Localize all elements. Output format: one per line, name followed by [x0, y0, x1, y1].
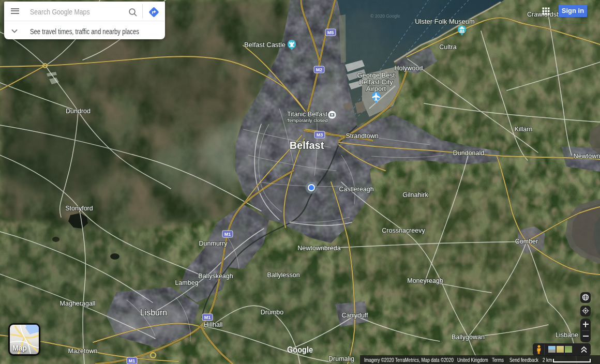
svg-text:Hillhall: Hillhall [204, 321, 223, 328]
svg-text:Gilnahirk: Gilnahirk [402, 191, 428, 199]
svg-text:Cultra: Cultra [439, 43, 456, 51]
svg-text:Lambeg: Lambeg [175, 279, 198, 286]
svg-text:Magheragall: Magheragall [60, 300, 96, 307]
svg-text:Ballyskeagh: Ballyskeagh [198, 272, 233, 280]
svg-text:Moneyreagh: Moneyreagh [407, 277, 443, 284]
svg-text:Lisburn: Lisburn [140, 308, 167, 317]
svg-text:Temporarily closed: Temporarily closed [287, 117, 327, 123]
svg-text:Newtownbreda: Newtownbreda [297, 245, 340, 252]
svg-text:M3: M3 [317, 132, 323, 138]
svg-text:Lisbane: Lisbane [556, 331, 578, 339]
svg-text:Crossnacreevy: Crossnacreevy [382, 227, 425, 234]
svg-text:M2: M2 [316, 67, 323, 72]
svg-text:Dunmurry: Dunmurry [199, 240, 228, 247]
svg-text:Ballylesson: Ballylesson [267, 271, 299, 279]
svg-text:Killarn: Killarn [515, 126, 533, 133]
svg-text:Belfast: Belfast [290, 140, 324, 151]
svg-text:Ballygowan: Ballygowan [452, 333, 485, 341]
svg-text:Newtowna: Newtowna [574, 153, 600, 160]
svg-text:M5: M5 [327, 30, 334, 35]
svg-text:Drumbo: Drumbo [261, 309, 284, 316]
svg-text:M1: M1 [224, 232, 231, 237]
svg-text:Stonyford: Stonyford [65, 205, 93, 212]
svg-text:Drumalig: Drumalig [328, 355, 354, 362]
svg-text:Comber: Comber [515, 238, 538, 245]
svg-text:Strandtown: Strandtown [346, 132, 378, 140]
svg-text:Titanic Belfast: Titanic Belfast [287, 111, 328, 118]
svg-text:Dundrod: Dundrod [66, 108, 91, 115]
svg-text:Mazetown: Mazetown [68, 347, 98, 355]
svg-text:Carryduff: Carryduff [341, 312, 368, 319]
svg-text:Ulster Folk Museum: Ulster Folk Museum [415, 18, 475, 25]
svg-text:M1: M1 [129, 358, 136, 363]
svg-text:Dundonald: Dundonald [453, 149, 485, 157]
svg-text:Castlereagh: Castlereagh [339, 186, 373, 193]
svg-text:© 2020 Google: © 2020 Google [370, 13, 400, 19]
svg-text:Holywood: Holywood [395, 65, 423, 72]
svg-text:Airport: Airport [366, 85, 386, 93]
svg-text:Google: Google [287, 345, 313, 354]
svg-text:M1: M1 [204, 315, 211, 320]
svg-text:Belfast Castle: Belfast Castle [244, 41, 286, 49]
